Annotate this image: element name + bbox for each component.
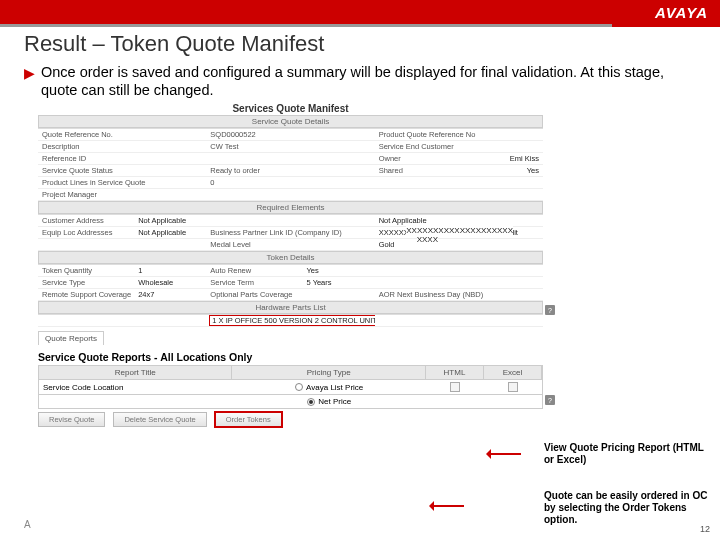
- radio-net-price[interactable]: [307, 398, 315, 406]
- section-details: Service Quote Details: [38, 115, 543, 128]
- bullet-text: Once order is saved and configured a sum…: [41, 63, 696, 99]
- slide-title: Result – Token Quote Manifest: [24, 31, 696, 57]
- pricing-radio-list: Avaya List Price: [232, 381, 425, 394]
- help-icon[interactable]: ?: [545, 305, 555, 315]
- radio-list-price[interactable]: [295, 383, 303, 391]
- delete-quote-button[interactable]: Delete Service Quote: [113, 412, 206, 427]
- page-number: 12: [700, 524, 710, 534]
- avaya-logo: AVAYA: [655, 4, 708, 21]
- callout-arrow-icon: [430, 505, 464, 507]
- section-token: Token Details: [38, 251, 543, 264]
- header-bar: AVAYA: [0, 0, 720, 24]
- manifest-title: Services Quote Manifest: [38, 103, 543, 114]
- annotation-order-tokens: Quote can be easily ordered in OC by sel…: [544, 490, 714, 526]
- section-hardware: Hardware Parts List: [38, 301, 543, 314]
- redaction-overlay-2: XXXX: [417, 235, 438, 244]
- manifest-screenshot: Services Quote Manifest Service Quote De…: [38, 103, 543, 427]
- excel-report-icon[interactable]: [508, 382, 518, 392]
- details-grid: Quote Reference No.SQD0000522Product Quo…: [38, 128, 543, 201]
- help-icon-2[interactable]: ?: [545, 395, 555, 405]
- callout-arrow-icon: [487, 453, 521, 455]
- reports-row-1: Service Code Location Avaya List Price: [38, 380, 543, 395]
- bullet-arrow-icon: ▶: [24, 65, 35, 81]
- annotation-pricing-report: View Quote Pricing Report (HTML or Excel…: [544, 442, 714, 466]
- reports-header: Report Title Pricing Type HTML Excel: [38, 365, 543, 380]
- token-grid: Token Quantity1Auto RenewYes Service Typ…: [38, 264, 543, 301]
- bullet-row: ▶ Once order is saved and configured a s…: [24, 63, 696, 99]
- report-title-cell: Service Code Location: [39, 381, 232, 394]
- section-required: Required Elements: [38, 201, 543, 214]
- footer-initial: A: [24, 519, 31, 530]
- hardware-grid: 1 X IP OFFICE 500 VERSION 2 CONTROL UNIT: [38, 314, 543, 327]
- revise-quote-button[interactable]: Revise Quote: [38, 412, 105, 427]
- reports-title: Service Quote Reports - All Locations On…: [38, 351, 543, 363]
- required-grid: Customer AddressNot ApplicableNot Applic…: [38, 214, 543, 251]
- action-buttons: Revise Quote Delete Service Quote Order …: [38, 412, 543, 427]
- redaction-overlay: XXXXXXXXXXXXXXXXXXXX: [406, 226, 513, 235]
- reports-row-2: Net Price: [38, 395, 543, 409]
- order-tokens-button[interactable]: Order Tokens: [215, 412, 282, 427]
- html-report-icon[interactable]: [450, 382, 460, 392]
- quote-reports-tab[interactable]: Quote Reports: [38, 331, 104, 345]
